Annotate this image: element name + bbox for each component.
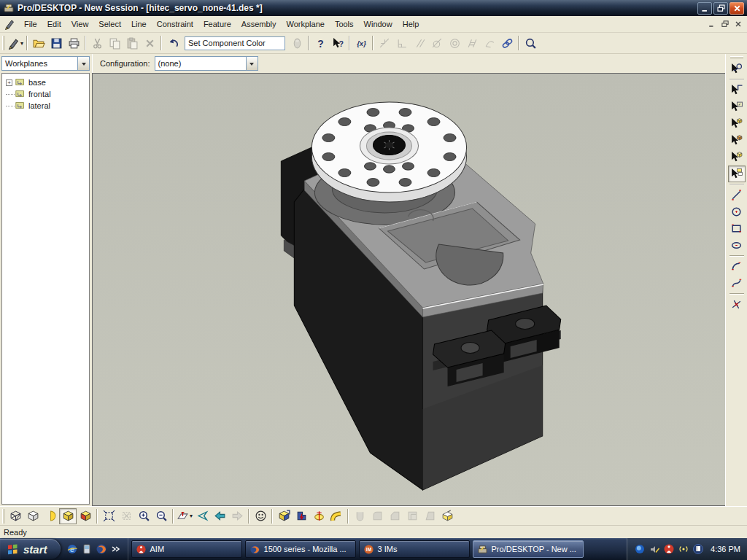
- internet-explorer-icon[interactable]: e: [66, 543, 78, 555]
- new-design-button[interactable]: ▾: [7, 35, 24, 52]
- select-lines-button[interactable]: [728, 82, 746, 98]
- menu-assembly[interactable]: Assembly: [236, 17, 282, 31]
- tree-item-lateral[interactable]: lateral: [2, 100, 89, 112]
- dropdown-arrow-icon: ▾: [20, 40, 23, 47]
- save-button[interactable]: [47, 35, 65, 52]
- context-help-button[interactable]: ?: [329, 35, 347, 52]
- mdi-close-button[interactable]: [732, 19, 744, 30]
- browser-selector-combo[interactable]: Workplanes: [1, 56, 90, 71]
- taskbar-clock[interactable]: 4:36 PM: [711, 545, 740, 553]
- mdi-restore-button[interactable]: [719, 19, 731, 30]
- insert-component-button[interactable]: [438, 508, 456, 524]
- taskbar-button-1500-series-mozilla[interactable]: 1500 series - Mozilla ...: [245, 540, 356, 558]
- paste-button: [123, 35, 141, 52]
- menu-help[interactable]: Help: [398, 17, 425, 31]
- configuration-combo[interactable]: (none): [155, 56, 258, 71]
- menu-window[interactable]: Window: [359, 17, 398, 31]
- previous-view-button[interactable]: [211, 508, 228, 524]
- menu-tools[interactable]: Tools: [330, 17, 359, 31]
- overflow-chevron-icon[interactable]: [110, 543, 122, 555]
- aim-tray-icon[interactable]: [663, 543, 675, 555]
- extrude-feature-button[interactable]: [275, 508, 293, 524]
- cube-white-icon: [27, 510, 39, 522]
- cube-yellow-icon: [62, 510, 74, 522]
- view-onto-workplane-button[interactable]: ▾: [176, 508, 193, 524]
- t-ellipse-icon: [730, 239, 743, 252]
- ellipse-tool-button[interactable]: [728, 237, 746, 254]
- toolbar-grip[interactable]: [730, 56, 743, 58]
- zoom-in-button[interactable]: [135, 508, 152, 524]
- help-button[interactable]: ?: [311, 35, 329, 52]
- zoom-out-button[interactable]: [152, 508, 170, 524]
- link-button[interactable]: [498, 35, 516, 52]
- taskbar-button-pro-desktop-new[interactable]: Pro/DESKTOP - New ...: [473, 540, 584, 558]
- zoom-to-fit-button[interactable]: [100, 508, 117, 524]
- smiley-icon: [255, 510, 267, 522]
- start-button[interactable]: start: [0, 539, 61, 559]
- taskbar-button-3-ims[interactable]: IM3 IMs: [359, 540, 470, 558]
- variables-button[interactable]: {x}: [352, 35, 370, 52]
- wireless-signal-icon[interactable]: [678, 543, 689, 555]
- select-workplanes-button[interactable]: [728, 98, 746, 115]
- toolbar-grip[interactable]: [2, 36, 4, 50]
- menu-workplane[interactable]: Workplane: [281, 17, 329, 31]
- select-zoom-button[interactable]: [728, 61, 746, 77]
- spline-tool-button[interactable]: [728, 275, 746, 292]
- menu-line[interactable]: Line: [126, 17, 152, 31]
- tree-item-base[interactable]: +base: [2, 77, 89, 88]
- menu-feature[interactable]: Feature: [198, 17, 236, 31]
- browse-button[interactable]: [522, 35, 539, 52]
- new-sketch-button[interactable]: [252, 508, 269, 524]
- minimize-button[interactable]: [697, 2, 712, 15]
- firefox-icon[interactable]: [96, 543, 107, 555]
- task-button-label: AIM: [150, 545, 165, 553]
- pda-icon[interactable]: [81, 543, 93, 555]
- look-at-button[interactable]: [193, 508, 211, 524]
- hidden-line-view-button[interactable]: [24, 508, 42, 524]
- shaded-view-button[interactable]: [59, 508, 77, 524]
- menu-edit[interactable]: Edit: [42, 17, 66, 31]
- menu-constraint[interactable]: Constraint: [152, 17, 198, 31]
- arc-tool-button[interactable]: [728, 258, 746, 275]
- menu-select[interactable]: Select: [93, 17, 126, 31]
- enhanced-shading-button[interactable]: [42, 508, 59, 524]
- separator: [85, 36, 86, 50]
- line-tool-button[interactable]: [728, 187, 746, 203]
- equal-spacing-constraint-button: [463, 35, 481, 52]
- 3d-viewport[interactable]: [92, 73, 725, 506]
- taskbar-button-aim[interactable]: AIM: [131, 540, 242, 558]
- combo-arrow-icon[interactable]: [246, 57, 258, 70]
- blue-orb-icon[interactable]: [634, 543, 646, 555]
- mdi-minimize-button[interactable]: [705, 19, 718, 30]
- close-button[interactable]: [729, 2, 744, 15]
- menu-file[interactable]: File: [19, 17, 42, 31]
- select-features-button[interactable]: [728, 149, 746, 166]
- tree-item-frontal[interactable]: frontal: [2, 88, 89, 100]
- toolbar-grip[interactable]: [2, 509, 4, 524]
- combo-arrow-icon[interactable]: [77, 57, 89, 70]
- audio-pen-icon[interactable]: [649, 543, 660, 555]
- revolve-feature-button[interactable]: [310, 508, 328, 524]
- select-components-button[interactable]: [728, 166, 746, 182]
- draft-icon: [424, 510, 436, 522]
- undo-button[interactable]: [164, 35, 182, 52]
- wireframe-view-button[interactable]: [7, 508, 24, 524]
- open-button[interactable]: [30, 35, 47, 52]
- rangle-icon: [396, 37, 409, 50]
- section-view-button[interactable]: [77, 508, 94, 524]
- sel-feat-icon: [730, 151, 743, 163]
- select-solids-button[interactable]: [728, 132, 746, 149]
- component-color-combo[interactable]: Set Component Color: [185, 36, 285, 50]
- sweep-feature-button[interactable]: [328, 508, 345, 524]
- rectangle-tool-button[interactable]: [728, 220, 746, 237]
- restore-button[interactable]: [713, 2, 728, 15]
- tree-expander[interactable]: +: [6, 79, 12, 86]
- circle-tool-button[interactable]: [728, 203, 746, 220]
- disc-icon[interactable]: [692, 543, 704, 555]
- project-feature-button[interactable]: [293, 508, 310, 524]
- select-faces-button[interactable]: [728, 115, 746, 132]
- print-button[interactable]: [65, 35, 82, 52]
- menu-view[interactable]: View: [66, 17, 94, 31]
- trim-tool-button[interactable]: [728, 296, 746, 313]
- configuration-bar: Configuration: (none): [92, 54, 725, 73]
